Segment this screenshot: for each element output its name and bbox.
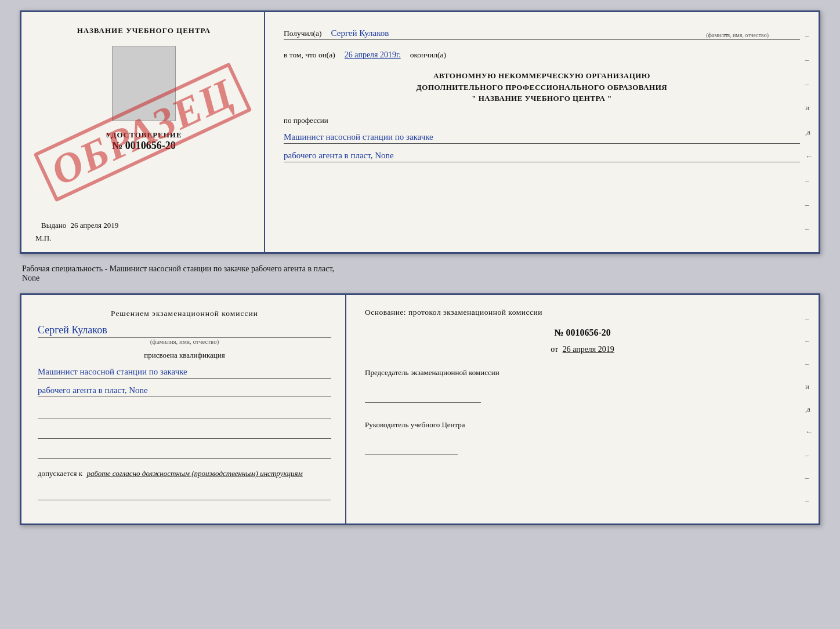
- bot-profession-line2: рабочего агента в пласт, None: [38, 386, 331, 397]
- komissia-fio-hint: (фамилия, имя, отчество): [38, 338, 331, 345]
- komissia-title: Решением экзаменационной комиссии: [38, 309, 331, 318]
- cert-mp: М.П.: [35, 234, 51, 243]
- middle-text2: None: [22, 274, 39, 282]
- extra-line2: [38, 425, 331, 439]
- extra-line1: [38, 405, 331, 419]
- komissia-right: Основание: протокол экзаменационной коми…: [346, 295, 819, 523]
- protocol-number: № 0010656-20: [365, 328, 800, 338]
- okonchil-label: окончил(а): [410, 50, 446, 60]
- poluchil-name: Сергей Кулаков: [331, 28, 715, 38]
- cert-right-panel: Получил(а) Сергей Кулаков – (фамилия, им…: [265, 12, 819, 252]
- po-professii: по профессии: [284, 116, 800, 125]
- dopusk-label: допускается к: [38, 469, 82, 478]
- side-dashes-bottom: – – – и ,а ← – – –: [805, 307, 813, 512]
- predsedatel-title: Председатель экзаменационной комиссии: [365, 368, 800, 377]
- predsedatel-block: Председатель экзаменационной комиссии: [365, 368, 800, 403]
- rukovoditel-title: Руководитель учебного Центра: [365, 420, 800, 430]
- certificate-document: НАЗВАНИЕ УЧЕБНОГО ЦЕНТРА УДОСТОВЕРЕНИЕ №…: [20, 10, 820, 254]
- ot-date: 26 апреля 2019: [563, 345, 614, 354]
- vtom-line: в том, что он(а) 26 апреля 2019г. окончи…: [284, 46, 800, 61]
- komissia-name-block: Сергей Кулаков (фамилия, имя, отчество): [38, 324, 331, 345]
- profession-line2: рабочего агента в пласт, None: [284, 151, 800, 162]
- ot-label: от: [551, 345, 558, 354]
- fio-hint: (фамилия, имя, отчество): [706, 32, 769, 38]
- org-line1: АВТОНОМНУЮ НЕКОММЕРЧЕСКУЮ ОРГАНИЗАЦИЮ: [284, 70, 800, 82]
- profession-line1: Машинист насосной станции по закачке: [284, 132, 800, 144]
- prisvoena-label: присвоена квалификация: [38, 351, 331, 360]
- vydano-date: 26 апреля 2019: [71, 221, 119, 230]
- cert-number-block: УДОСТОВЕРЕНИЕ № 0010656-20: [106, 130, 182, 152]
- org-block: АВТОНОМНУЮ НЕКОММЕРЧЕСКУЮ ОРГАНИЗАЦИЮ ДО…: [284, 70, 800, 104]
- vtom-date: 26 апреля 2019г.: [345, 50, 401, 60]
- rukovoditel-block: Руководитель учебного Центра: [365, 420, 800, 455]
- dopusk-text: работе согласно должностным (производств…: [86, 469, 302, 478]
- vtom-label: в том, что он(а): [284, 50, 335, 60]
- middle-text-block: Рабочая специальность - Машинист насосно…: [20, 262, 820, 285]
- cert-left-panel: НАЗВАНИЕ УЧЕБНОГО ЦЕНТРА УДОСТОВЕРЕНИЕ №…: [21, 12, 265, 252]
- cert-number: № 0010656-20: [106, 140, 182, 152]
- cert-photo-placeholder: [112, 46, 176, 121]
- komissia-name: Сергей Кулаков: [38, 324, 331, 338]
- predsedatel-sign: [365, 389, 481, 403]
- protocol-date: от 26 апреля 2019: [365, 345, 800, 354]
- cert-school-title: НАЗВАНИЕ УЧЕБНОГО ЦЕНТРА: [77, 26, 211, 35]
- dopusk-sign-line: [38, 486, 331, 500]
- dopusk-block: допускается к работе согласно должностны…: [38, 469, 331, 478]
- poluchil-label: Получил(а): [284, 29, 322, 38]
- rukovoditel-sign: [365, 441, 458, 455]
- side-dashes: – – – и ,а ← – – –: [805, 24, 813, 241]
- komissia-left: Решением экзаменационной комиссии Сергей…: [21, 295, 346, 523]
- extra-line3: [38, 445, 331, 459]
- poluchil-line: Получил(а) Сергей Кулаков – (фамилия, им…: [284, 25, 800, 40]
- cert-udost-label: УДОСТОВЕРЕНИЕ: [106, 130, 182, 140]
- org-line2: ДОПОЛНИТЕЛЬНОГО ПРОФЕССИОНАЛЬНОГО ОБРАЗО…: [284, 82, 800, 93]
- osnovanie-title: Основание: протокол экзаменационной коми…: [365, 308, 800, 317]
- middle-text-main: Рабочая специальность - Машинист насосно…: [22, 264, 334, 273]
- vydano-label: Выдано: [41, 221, 66, 230]
- cert-vydano: Выдано 26 апреля 2019: [41, 221, 118, 230]
- komissia-document: Решением экзаменационной комиссии Сергей…: [20, 293, 820, 525]
- bot-profession-line1: Машинист насосной станции по закачке: [38, 367, 331, 379]
- org-line3: " НАЗВАНИЕ УЧЕБНОГО ЦЕНТРА ": [284, 93, 800, 104]
